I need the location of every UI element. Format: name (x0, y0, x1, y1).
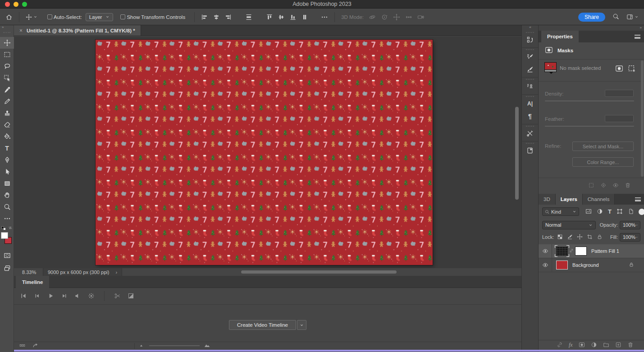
properties-tab[interactable]: Properties (541, 31, 579, 42)
zoom-in-timeline-icon[interactable] (204, 342, 210, 349)
layer-visibility-toggle[interactable] (539, 244, 552, 258)
clone-stamp-tool[interactable] (0, 107, 14, 119)
feather-value-field[interactable] (605, 115, 634, 122)
home-button[interactable] (5, 14, 13, 21)
color-range-button[interactable]: Color Range... (572, 157, 634, 167)
filter-kind-dropdown[interactable]: Kind (542, 207, 579, 216)
libraries-panel-icon[interactable] (522, 144, 538, 157)
auto-select-checkbox[interactable]: Auto-Select: (47, 14, 82, 20)
lock-all-button[interactable] (597, 234, 603, 241)
pencil-tool[interactable] (0, 96, 14, 107)
hand-tool[interactable] (0, 189, 14, 201)
blend-mode-dropdown[interactable]: Normal (542, 221, 596, 229)
opacity-field[interactable]: 100% (620, 221, 640, 229)
tab-3d[interactable]: 3D (539, 194, 556, 205)
canvas-work-area[interactable] (14, 37, 521, 268)
filter-type-layers-button[interactable]: T (608, 208, 612, 215)
layer-style-button[interactable]: fx (569, 342, 573, 348)
layer-name[interactable]: Pattern Fill 1 (591, 248, 619, 254)
play-button[interactable] (47, 293, 54, 300)
layers-panel-menu-icon[interactable] (635, 197, 641, 201)
zoom-tool[interactable] (0, 201, 14, 213)
layer-row-pattern-fill[interactable]: Pattern Fill 1 (539, 244, 644, 258)
create-video-timeline-button[interactable]: Create Video Timeline (229, 320, 296, 330)
filter-smart-objects-button[interactable] (628, 208, 634, 215)
document-canvas[interactable] (96, 40, 433, 265)
rectangular-marquee-tool[interactable] (0, 49, 14, 60)
document-info[interactable]: 9000 px x 6000 px (300 ppi) › (43, 268, 122, 276)
render-video-button[interactable] (32, 343, 38, 349)
layer-filtering-toggle[interactable] (639, 209, 644, 215)
lock-image-pixels-button[interactable] (567, 234, 573, 241)
layer-mask-thumbnail[interactable] (575, 247, 587, 256)
tab-channels[interactable]: Channels (583, 194, 615, 205)
eraser-tool[interactable] (0, 119, 14, 131)
eyedropper-tool[interactable] (0, 84, 14, 96)
panel-gripper[interactable] (526, 96, 534, 97)
move-tool[interactable] (0, 37, 14, 49)
expand-panels-button[interactable]: « (522, 25, 538, 31)
workspace-switcher[interactable] (626, 14, 639, 20)
auto-select-target-dropdown[interactable]: Layer (86, 13, 114, 21)
layer-name[interactable]: Background (572, 262, 599, 268)
zoom-out-timeline-icon[interactable] (139, 343, 145, 349)
disable-mask-button[interactable] (612, 182, 619, 189)
apply-mask-button[interactable] (600, 182, 607, 189)
properties-panel-menu-icon[interactable] (635, 35, 640, 39)
new-group-button[interactable] (603, 342, 609, 349)
zoom-level-field[interactable]: 8.33% (22, 270, 41, 275)
type-tool[interactable]: T (0, 142, 14, 154)
more-align-options-button[interactable] (321, 14, 328, 21)
paint-bucket-tool[interactable] (0, 131, 14, 142)
panel-gripper[interactable] (526, 49, 534, 50)
character-panel-icon[interactable]: A| (522, 97, 538, 110)
delete-mask-button[interactable] (625, 182, 631, 189)
next-frame-button[interactable] (61, 293, 68, 300)
align-right-button[interactable] (224, 14, 232, 21)
panel-gripper[interactable] (3, 32, 10, 33)
object-selection-tool[interactable] (0, 72, 14, 84)
frame-view-icon[interactable] (19, 343, 25, 349)
layer-mask-link-icon[interactable] (569, 248, 574, 254)
filter-pixel-layers-button[interactable] (585, 208, 592, 215)
panel-gripper[interactable] (526, 126, 534, 127)
align-left-button[interactable] (201, 14, 208, 21)
pen-tool[interactable] (0, 154, 14, 166)
layer-visibility-toggle[interactable] (539, 258, 552, 272)
timeline-type-dropdown[interactable] (297, 320, 306, 330)
align-vertical-center-button[interactable] (278, 14, 285, 21)
distribute-horizontal-button[interactable] (301, 14, 308, 21)
search-icon[interactable] (612, 13, 619, 21)
tab-layers[interactable]: Layers (556, 194, 583, 205)
default-colors-button[interactable] (1, 226, 6, 230)
rectangle-tool[interactable] (0, 178, 14, 189)
fill-field[interactable]: 100% (620, 233, 640, 242)
load-selection-from-mask-button[interactable] (588, 182, 594, 189)
history-panel-icon[interactable] (522, 33, 538, 46)
layer-thumbnail[interactable] (556, 247, 568, 256)
align-horizontal-center-button[interactable] (213, 14, 220, 21)
delete-layer-button[interactable] (627, 342, 634, 349)
lock-artboard-nesting-button[interactable] (587, 234, 593, 241)
panel-gripper[interactable] (526, 32, 534, 33)
document-tab[interactable]: × Untitled-1 @ 8.33% (Pattern Fill 1, CM… (14, 25, 141, 36)
go-to-first-frame-button[interactable] (20, 293, 27, 300)
timeline-zoom-slider[interactable] (149, 345, 200, 346)
lasso-tool[interactable] (0, 60, 14, 72)
brush-settings-panel-icon[interactable] (522, 50, 538, 63)
properties-scrollbar[interactable] (641, 60, 644, 177)
new-adjustment-layer-button[interactable] (591, 342, 597, 349)
foreground-color-swatch[interactable] (1, 232, 8, 239)
layer-thumbnail[interactable] (556, 261, 568, 270)
brushes-panel-icon[interactable] (522, 63, 538, 76)
move-tool-preset[interactable] (26, 14, 37, 20)
density-value-field[interactable] (605, 90, 634, 97)
swap-colors-button[interactable] (8, 226, 13, 231)
lock-transparent-pixels-button[interactable] (557, 234, 563, 241)
add-layer-mask-button[interactable] (579, 342, 585, 349)
clone-source-panel-icon[interactable] (522, 80, 538, 93)
timeline-tab[interactable]: Timeline (16, 276, 49, 288)
filter-adjustment-layers-button[interactable] (597, 208, 603, 215)
add-vector-mask-button[interactable] (628, 64, 636, 73)
align-top-button[interactable] (266, 14, 273, 21)
